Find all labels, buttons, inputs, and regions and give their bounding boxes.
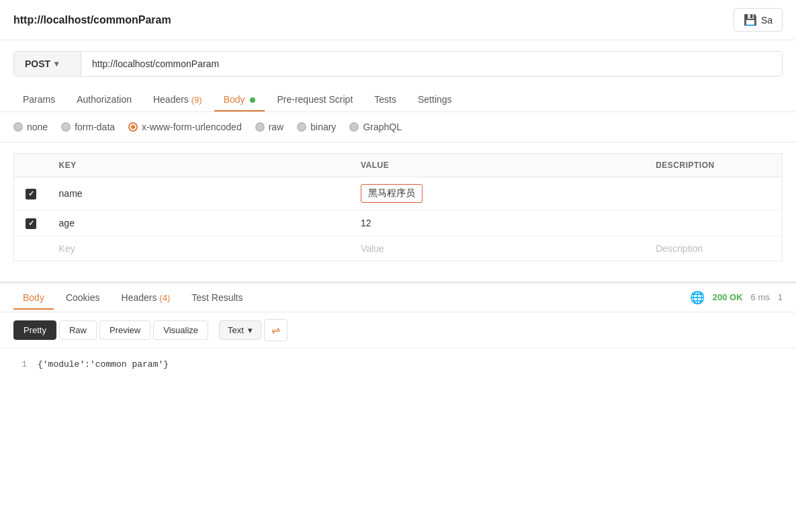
response-code-area: 1 {'module':'common param'} — [0, 349, 796, 380]
method-label: POST — [25, 58, 50, 69]
row1-checkbox[interactable] — [26, 189, 36, 200]
response-tab-headers[interactable]: Headers (4) — [112, 285, 180, 310]
radio-raw-circle — [255, 122, 265, 132]
row1-checkbox-cell — [14, 177, 48, 210]
tab-tests[interactable]: Tests — [365, 87, 406, 112]
radio-form-data[interactable]: form-data — [61, 122, 115, 132]
table-header-row: KEY VALUE DESCRIPTION — [14, 154, 783, 177]
text-format-select[interactable]: Text ▾ — [219, 320, 261, 340]
line-number-1: 1 — [13, 359, 27, 369]
row2-checkbox-cell — [14, 210, 48, 236]
radio-graphql[interactable]: GraphQL — [349, 122, 402, 132]
format-preview-button[interactable]: Preview — [99, 320, 150, 340]
col-header-key: KEY — [48, 154, 350, 177]
radio-none-circle — [13, 122, 23, 132]
format-raw-button[interactable]: Raw — [59, 320, 97, 340]
row2-key: age — [59, 218, 75, 228]
response-section: Body Cookies Headers (4) Test Results 🌐 … — [0, 281, 796, 380]
page-title: http://localhost/commonParam — [13, 14, 171, 26]
row1-value: 黑马程序员 — [361, 184, 423, 203]
tab-pre-request[interactable]: Pre-request Script — [267, 87, 362, 112]
table-placeholder-row: Key Value Description — [14, 236, 783, 261]
radio-binary-circle — [297, 122, 306, 132]
placeholder-description: Description — [656, 243, 703, 254]
params-table-wrapper: KEY VALUE DESCRIPTION name 黑 — [0, 153, 796, 261]
save-icon: 💾 — [744, 13, 757, 26]
response-tab-body[interactable]: Body — [13, 285, 54, 310]
row2-checkbox[interactable] — [26, 218, 36, 229]
row2-value-cell: 12 — [350, 210, 645, 236]
status-size: 1 — [778, 292, 783, 302]
response-tab-test-results[interactable]: Test Results — [182, 285, 252, 310]
placeholder-key-cell[interactable]: Key — [48, 236, 350, 261]
radio-raw[interactable]: raw — [255, 122, 284, 132]
body-active-dot — [250, 97, 255, 103]
status-time: 6 ms — [751, 292, 770, 302]
radio-x-www-form-urlencoded-circle — [128, 122, 138, 132]
radio-binary[interactable]: binary — [297, 122, 336, 132]
placeholder-key: Key — [59, 243, 75, 254]
tab-settings[interactable]: Settings — [408, 87, 461, 112]
row2-desc-cell — [645, 210, 782, 236]
placeholder-value-cell[interactable]: Value — [350, 236, 645, 261]
code-content-1: {'module':'common param'} — [38, 359, 169, 369]
placeholder-checkbox-cell — [14, 236, 48, 261]
tab-body[interactable]: Body — [214, 87, 265, 112]
url-input[interactable] — [81, 52, 782, 76]
placeholder-value: Value — [361, 243, 384, 254]
row1-desc-cell — [645, 177, 782, 210]
method-selector[interactable]: POST ▾ — [14, 52, 81, 76]
globe-icon: 🌐 — [690, 290, 705, 305]
format-pretty-button[interactable]: Pretty — [13, 320, 56, 340]
response-tabs-bar: Body Cookies Headers (4) Test Results 🌐 … — [0, 283, 796, 312]
response-status: 🌐 200 OK 6 ms 1 — [690, 283, 783, 312]
radio-form-data-circle — [61, 122, 71, 132]
table-row: name 黑马程序员 — [14, 177, 783, 210]
col-header-description: DESCRIPTION — [645, 154, 782, 177]
wrap-lines-button[interactable]: ⇌ — [264, 319, 288, 341]
chevron-down-icon: ▾ — [54, 59, 58, 69]
row2-key-cell: age — [48, 210, 350, 236]
body-type-row: none form-data x-www-form-urlencoded raw… — [0, 112, 796, 142]
col-header-checkbox — [14, 154, 48, 177]
row2-value: 12 — [361, 218, 371, 228]
radio-graphql-circle — [349, 122, 359, 132]
wrap-icon: ⇌ — [271, 324, 280, 336]
text-format-label: Text — [228, 325, 244, 335]
status-ok: 200 OK — [713, 292, 743, 302]
col-header-value: VALUE — [350, 154, 645, 177]
params-table: KEY VALUE DESCRIPTION name 黑 — [13, 153, 783, 261]
row1-key-cell: name — [48, 177, 350, 210]
row1-key: name — [59, 188, 83, 199]
headers-badge: (9) — [191, 95, 202, 105]
response-headers-badge: (4) — [159, 293, 170, 303]
format-visualize-button[interactable]: Visualize — [153, 320, 208, 340]
code-line-1: 1 {'module':'common param'} — [13, 359, 783, 369]
response-format-toolbar: Pretty Raw Preview Visualize Text ▾ ⇌ — [0, 312, 796, 349]
tab-authorization[interactable]: Authorization — [67, 87, 141, 112]
save-button[interactable]: 💾 Sa — [734, 8, 783, 32]
tab-headers[interactable]: Headers (9) — [144, 87, 212, 112]
radio-x-www-form-urlencoded[interactable]: x-www-form-urlencoded — [128, 122, 242, 132]
top-bar: http://localhost/commonParam 💾 Sa — [0, 0, 796, 40]
row1-value-cell[interactable]: 黑马程序员 — [350, 177, 645, 210]
tab-params[interactable]: Params — [13, 87, 64, 112]
radio-none[interactable]: none — [13, 122, 48, 132]
table-row: age 12 — [14, 210, 783, 236]
url-bar: POST ▾ — [13, 51, 783, 77]
response-tab-cookies[interactable]: Cookies — [56, 285, 109, 310]
placeholder-desc-cell[interactable]: Description — [645, 236, 782, 261]
chevron-down-icon: ▾ — [248, 325, 253, 335]
request-tabs-bar: Params Authorization Headers (9) Body Pr… — [0, 87, 796, 112]
